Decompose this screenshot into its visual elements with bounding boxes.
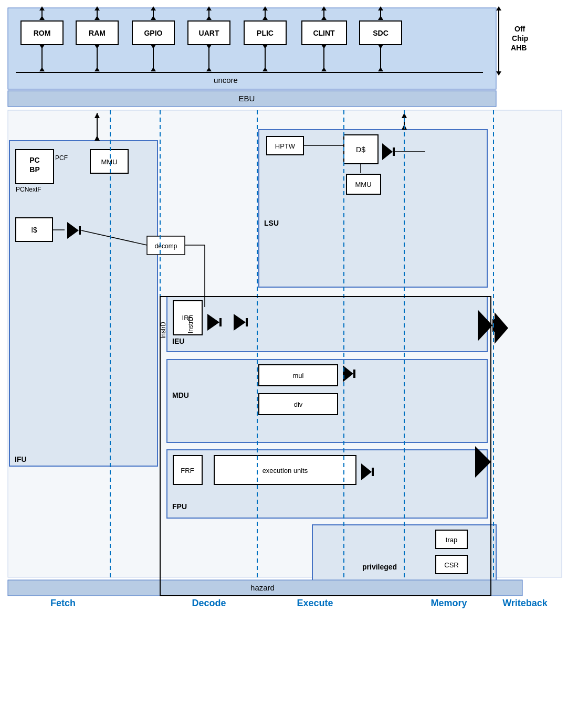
svg-marker-93 [382, 143, 393, 160]
svg-rect-126 [492, 319, 495, 332]
svg-rect-80 [79, 226, 81, 235]
svg-text:Memory: Memory [430, 598, 467, 608]
svg-text:IEU: IEU [172, 337, 184, 345]
svg-text:Fetch: Fetch [50, 598, 76, 608]
svg-rect-117 [167, 450, 487, 518]
svg-rect-67 [8, 110, 562, 577]
svg-rect-131 [436, 555, 467, 574]
svg-rect-2 [21, 21, 63, 45]
svg-text:PCNextF: PCNextF [16, 186, 41, 193]
svg-rect-95 [346, 174, 381, 194]
svg-rect-26 [188, 21, 230, 45]
svg-rect-102 [173, 301, 202, 335]
svg-rect-111 [259, 365, 338, 386]
svg-rect-18 [132, 21, 174, 45]
svg-marker-32 [206, 45, 212, 49]
svg-rect-114 [353, 370, 355, 378]
svg-marker-25 [151, 67, 156, 71]
svg-text:D$: D$ [356, 145, 365, 154]
svg-text:EBU: EBU [239, 94, 255, 103]
svg-rect-127 [312, 525, 496, 593]
svg-text:MMU: MMU [101, 158, 117, 166]
svg-rect-68 [9, 141, 158, 466]
svg-text:MDU: MDU [172, 391, 189, 399]
svg-marker-48 [321, 45, 327, 49]
svg-text:FPU: FPU [172, 502, 187, 511]
svg-text:privileged: privileged [362, 563, 397, 571]
svg-marker-24 [151, 45, 156, 49]
svg-rect-10 [76, 21, 118, 45]
svg-text:execution units: execution units [262, 467, 308, 474]
svg-text:IRF: IRF [182, 314, 193, 322]
svg-text:IFU: IFU [15, 455, 27, 463]
svg-marker-85 [94, 113, 100, 118]
svg-rect-119 [173, 456, 202, 484]
svg-rect-150 [160, 297, 491, 596]
svg-marker-56 [378, 45, 383, 49]
svg-rect-42 [302, 21, 346, 45]
svg-marker-23 [151, 16, 156, 20]
svg-marker-47 [321, 16, 327, 20]
svg-marker-155 [495, 312, 508, 344]
svg-rect-50 [360, 21, 402, 45]
svg-text:decomp: decomp [155, 242, 177, 250]
svg-line-83 [81, 230, 147, 245]
svg-rect-89 [267, 136, 303, 155]
svg-marker-31 [206, 16, 212, 20]
svg-marker-79 [67, 222, 79, 239]
svg-text:Chip: Chip [512, 34, 528, 43]
svg-marker-39 [262, 16, 268, 20]
svg-text:UART: UART [199, 29, 219, 37]
svg-text:CSR: CSR [444, 561, 458, 569]
svg-text:CLINT: CLINT [313, 29, 335, 37]
svg-marker-15 [94, 16, 100, 20]
svg-rect-105 [219, 318, 222, 326]
svg-text:uncore: uncore [214, 76, 238, 85]
svg-marker-6 [39, 6, 45, 10]
svg-marker-22 [151, 6, 156, 10]
svg-text:FRF: FRF [181, 467, 194, 474]
svg-text:PC: PC [29, 156, 39, 164]
svg-marker-125 [478, 310, 492, 341]
svg-text:InstrD: InstrD [160, 322, 167, 339]
svg-marker-8 [39, 45, 45, 49]
svg-marker-113 [343, 365, 353, 382]
svg-rect-34 [244, 21, 286, 45]
svg-text:LSU: LSU [264, 219, 279, 227]
svg-text:Writeback: Writeback [502, 598, 548, 608]
svg-text:mul: mul [293, 372, 304, 379]
svg-marker-59 [496, 6, 501, 10]
svg-text:hazard: hazard [250, 583, 275, 592]
svg-marker-17 [94, 67, 100, 71]
svg-text:AHB: AHB [511, 44, 527, 52]
svg-text:RAM: RAM [89, 29, 106, 37]
svg-marker-49 [321, 67, 327, 71]
svg-rect-91 [344, 135, 378, 164]
svg-rect-87 [259, 130, 487, 287]
svg-rect-115 [259, 394, 338, 415]
svg-marker-55 [378, 16, 383, 20]
svg-rect-65 [8, 91, 496, 107]
svg-rect-133 [8, 580, 522, 596]
svg-text:PLIC: PLIC [257, 29, 274, 37]
svg-text:Execute: Execute [297, 598, 333, 608]
svg-marker-60 [496, 71, 501, 76]
svg-rect-81 [147, 236, 185, 255]
svg-text:ROM: ROM [34, 29, 51, 37]
svg-marker-41 [262, 67, 268, 71]
svg-text:Off: Off [514, 25, 526, 33]
svg-marker-46 [321, 6, 327, 10]
svg-text:InstrD: InstrD [187, 316, 194, 333]
svg-rect-70 [16, 150, 54, 184]
svg-marker-54 [378, 6, 383, 10]
svg-marker-123 [361, 463, 372, 480]
svg-rect-107 [246, 318, 248, 326]
svg-marker-104 [207, 314, 219, 331]
svg-rect-100 [167, 297, 487, 352]
svg-text:BP: BP [29, 165, 39, 174]
svg-text:MMU: MMU [355, 181, 371, 188]
svg-rect-109 [167, 360, 487, 442]
svg-text:div: div [294, 400, 303, 408]
svg-marker-149 [475, 446, 491, 478]
svg-text:PCF: PCF [55, 154, 68, 162]
